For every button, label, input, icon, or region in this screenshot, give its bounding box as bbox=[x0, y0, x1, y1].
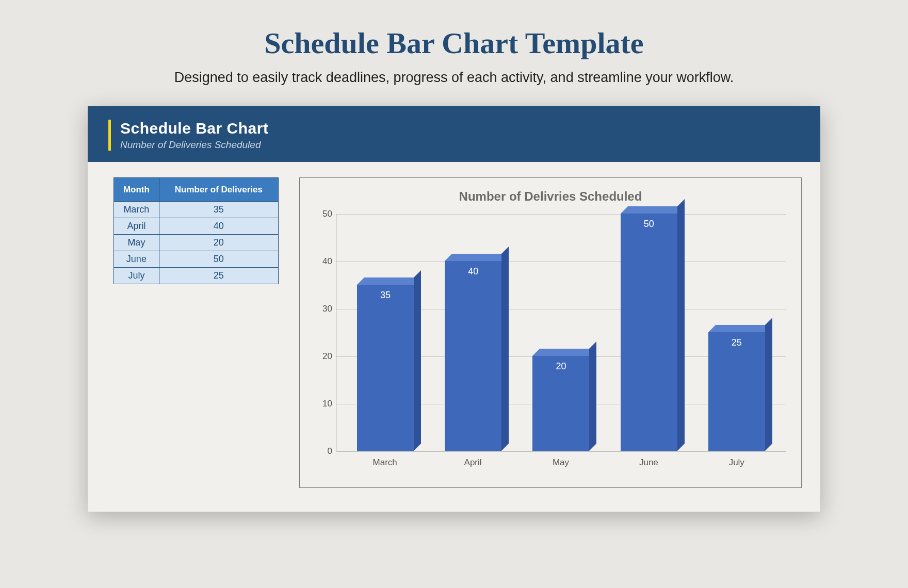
x-tick-label: May bbox=[530, 458, 592, 468]
bar-front: 40 bbox=[445, 261, 501, 451]
x-tick-label: March bbox=[354, 458, 416, 468]
bar: 35 bbox=[357, 285, 414, 451]
bar-top bbox=[532, 349, 596, 356]
y-tick-label: 30 bbox=[315, 304, 332, 314]
x-tick-label: June bbox=[618, 458, 679, 468]
table-cell-month: July bbox=[114, 268, 159, 284]
bar-top bbox=[357, 277, 421, 285]
table-cell-value: 50 bbox=[159, 251, 278, 268]
bar: 20 bbox=[532, 356, 589, 451]
bar-front: 20 bbox=[532, 356, 589, 451]
bars-row: 3540205025 bbox=[336, 214, 786, 451]
y-tick-label: 10 bbox=[315, 399, 332, 409]
grid-line bbox=[336, 451, 786, 452]
bar-value-label: 50 bbox=[621, 219, 677, 230]
bar-front: 50 bbox=[621, 214, 677, 451]
x-tick-label: July bbox=[706, 458, 768, 468]
bar-top bbox=[708, 325, 772, 332]
data-table: Month Number of Deliveries March 35 Apri… bbox=[113, 177, 279, 284]
x-tick-label: April bbox=[442, 458, 504, 468]
table-row: March 35 bbox=[114, 202, 279, 218]
bar-top bbox=[445, 254, 509, 261]
bar-value-label: 40 bbox=[445, 266, 501, 277]
table-cell-month: April bbox=[114, 218, 159, 235]
table-cell-month: March bbox=[114, 202, 159, 218]
bar: 50 bbox=[621, 214, 677, 451]
plot-area: 010203040503540205025 bbox=[336, 214, 786, 451]
table-row: June 50 bbox=[114, 251, 279, 268]
table-cell-value: 20 bbox=[159, 235, 278, 251]
chart-plot: 010203040503540205025 MarchAprilMayJuneJ… bbox=[336, 214, 786, 482]
bar: 40 bbox=[445, 261, 501, 451]
template-card: Schedule Bar Chart Number of Deliveries … bbox=[88, 106, 820, 512]
table-cell-month: June bbox=[114, 251, 159, 268]
y-tick-label: 20 bbox=[315, 351, 332, 362]
page-title: Schedule Bar Chart Template bbox=[83, 26, 825, 60]
bar-side bbox=[589, 341, 596, 451]
bar-value-label: 35 bbox=[357, 290, 414, 301]
card-subtitle: Number of Deliveries Scheduled bbox=[120, 139, 800, 151]
y-tick-label: 0 bbox=[315, 446, 332, 456]
page-subtitle: Designed to easily track deadlines, prog… bbox=[83, 70, 825, 86]
table-header-value: Number of Deliveries bbox=[159, 178, 278, 202]
bar-top bbox=[621, 206, 685, 214]
y-tick-label: 50 bbox=[315, 209, 332, 219]
bar-slot: 20 bbox=[530, 356, 592, 451]
bar-side bbox=[501, 247, 509, 451]
card-header: Schedule Bar Chart Number of Deliveries … bbox=[88, 106, 820, 162]
table-row: July 25 bbox=[114, 268, 279, 284]
bar-side bbox=[765, 318, 772, 451]
bar-side bbox=[414, 270, 421, 451]
table-cell-value: 40 bbox=[159, 218, 278, 235]
bar-value-label: 25 bbox=[708, 337, 765, 348]
card-body: Month Number of Deliveries March 35 Apri… bbox=[88, 162, 820, 512]
table-header-month: Month bbox=[114, 178, 159, 202]
table-cell-value: 25 bbox=[159, 268, 278, 284]
bar-front: 25 bbox=[708, 332, 765, 451]
bar-side bbox=[677, 199, 685, 451]
bar-value-label: 20 bbox=[532, 361, 589, 372]
table-row: April 40 bbox=[114, 218, 279, 235]
chart-panel: Number of Delivries Scheduled 0102030405… bbox=[299, 177, 802, 488]
bar-slot: 40 bbox=[442, 261, 504, 451]
bar: 25 bbox=[708, 332, 765, 451]
table-cell-month: May bbox=[114, 235, 159, 251]
bar-slot: 35 bbox=[354, 285, 416, 451]
card-title: Schedule Bar Chart bbox=[120, 120, 800, 137]
bar-slot: 50 bbox=[618, 214, 680, 451]
y-tick-label: 40 bbox=[315, 256, 332, 267]
table-row: May 20 bbox=[114, 235, 279, 251]
x-axis-labels: MarchAprilMayJuneJuly bbox=[336, 458, 786, 468]
bar-slot: 25 bbox=[706, 332, 768, 451]
table-cell-value: 35 bbox=[159, 202, 278, 218]
bar-front: 35 bbox=[357, 285, 414, 451]
chart-title: Number of Delivries Scheduled bbox=[310, 189, 791, 204]
